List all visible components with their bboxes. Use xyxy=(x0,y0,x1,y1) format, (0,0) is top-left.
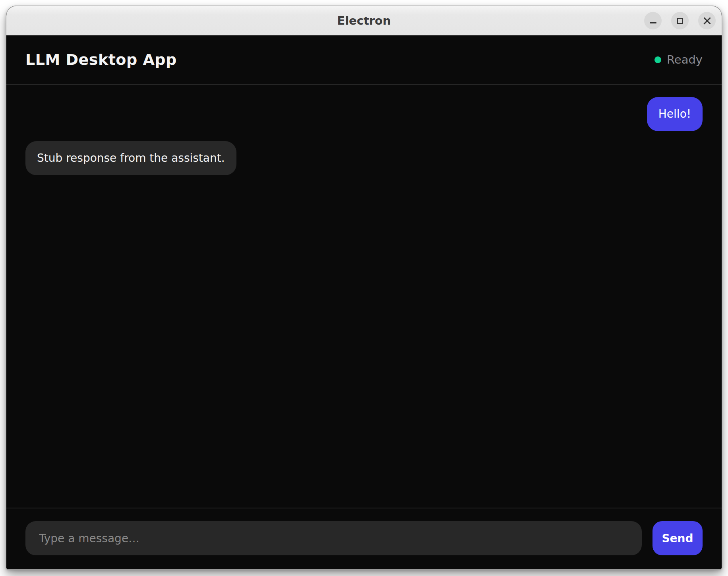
message-row-user: Hello! xyxy=(25,97,703,131)
status-label: Ready xyxy=(667,53,703,66)
maximize-icon xyxy=(677,18,683,24)
composer-bar: Send xyxy=(6,508,722,569)
status-dot-icon xyxy=(654,56,661,63)
status-indicator: Ready xyxy=(654,53,703,66)
close-button[interactable] xyxy=(698,12,716,29)
message-input[interactable] xyxy=(25,521,642,555)
chat-message-list[interactable]: Hello! Stub response from the assistant. xyxy=(6,85,722,508)
send-button[interactable]: Send xyxy=(652,521,703,555)
assistant-message-bubble: Stub response from the assistant. xyxy=(25,141,236,175)
user-message-bubble: Hello! xyxy=(647,97,703,131)
minimize-icon xyxy=(650,22,656,23)
message-row-assistant: Stub response from the assistant. xyxy=(25,141,703,175)
app-window: Electron LLM Desktop App Ready Hello! xyxy=(6,6,722,570)
app-header: LLM Desktop App Ready xyxy=(6,35,722,85)
window-titlebar[interactable]: Electron xyxy=(6,6,722,35)
app-content: LLM Desktop App Ready Hello! Stub respon… xyxy=(6,35,722,569)
minimize-button[interactable] xyxy=(644,12,662,29)
close-icon xyxy=(703,17,711,25)
window-title: Electron xyxy=(6,6,722,35)
window-controls xyxy=(644,6,716,35)
maximize-button[interactable] xyxy=(671,12,689,29)
page-title: LLM Desktop App xyxy=(25,51,177,68)
